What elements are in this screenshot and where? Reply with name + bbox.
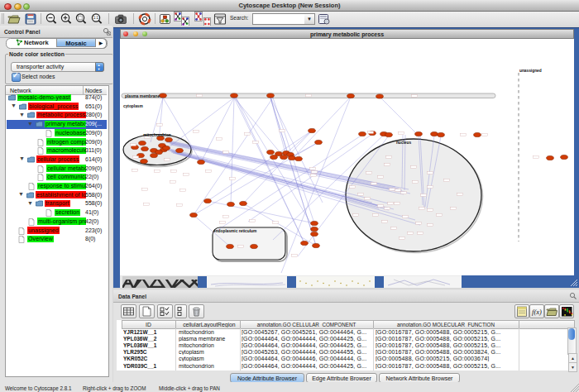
svg-text:plasma membrane: plasma membrane	[125, 94, 160, 98]
svg-text:1:1: 1:1	[93, 16, 99, 20]
svg-text:f(x): f(x)	[532, 308, 542, 316]
svg-text:nucleus: nucleus	[396, 141, 411, 145]
svg-text:unassigned: unassigned	[519, 69, 542, 73]
svg-text:endoplasmic reticulum: endoplasmic reticulum	[213, 229, 256, 233]
svg-text:cytoplasm: cytoplasm	[123, 104, 143, 108]
svg-text:mitochondrion: mitochondrion	[143, 133, 171, 137]
